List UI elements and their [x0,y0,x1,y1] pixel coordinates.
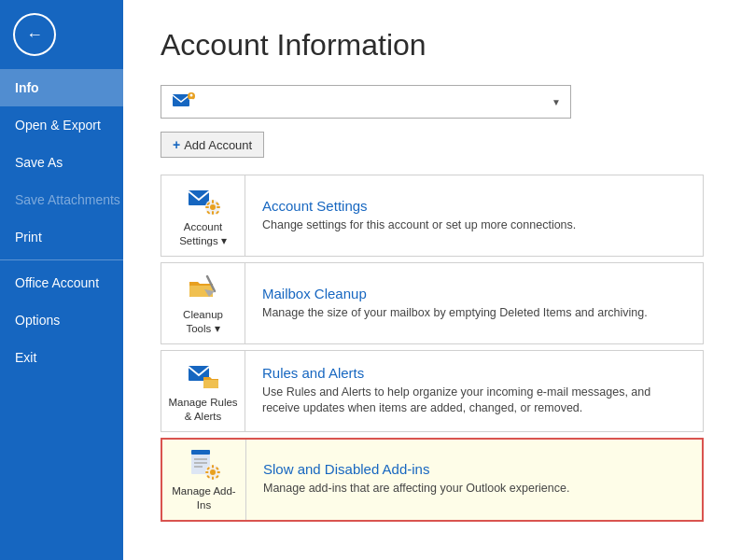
email-person-icon [171,89,197,115]
slow-addins-card[interactable]: Manage Add-Ins Slow and Disabled Add-ins… [161,438,704,522]
dropdown-arrow-icon: ▼ [552,97,561,107]
account-settings-desc: Change settings for this account or set … [262,217,576,234]
slow-addins-title: Slow and Disabled Add-ins [263,461,569,477]
sidebar-item-print[interactable]: Print [0,218,123,256]
account-settings-icon-label: AccountSettings ▾ [179,220,227,248]
svg-rect-8 [205,206,209,208]
rules-alerts-icon-area: Manage Rules& Alerts [161,351,245,431]
sidebar-nav: Info Open & Export Save As Save Attachme… [0,69,123,560]
rules-alerts-card[interactable]: Manage Rules& Alerts Rules and Alerts Us… [161,350,704,432]
account-settings-icon [187,183,220,217]
account-settings-card[interactable]: AccountSettings ▾ Account Settings Chang… [161,175,704,257]
svg-rect-0 [173,94,189,106]
account-dropdown-icon [171,89,197,115]
rules-alerts-title: Rules and Alerts [262,365,686,381]
svg-rect-6 [212,200,214,203]
svg-rect-7 [212,211,214,215]
sidebar-divider [0,259,123,260]
rules-alerts-icon [187,358,220,392]
account-settings-icon-area: AccountSettings ▾ [161,175,245,256]
account-settings-content: Account Settings Change settings for thi… [245,175,593,256]
rules-alerts-icon-label: Manage Rules& Alerts [168,396,237,424]
svg-rect-17 [203,380,218,388]
rules-alerts-content: Rules and Alerts Use Rules and Alerts to… [245,351,703,431]
svg-rect-26 [212,476,214,480]
sidebar-item-save-as[interactable]: Save As [0,144,123,181]
svg-rect-25 [212,465,214,469]
add-icon: + [173,137,180,152]
svg-rect-27 [205,471,209,473]
sidebar-item-open-export[interactable]: Open & Export [0,106,123,144]
svg-point-5 [210,204,216,210]
add-account-label: Add Account [184,138,252,152]
page-title: Account Information [161,28,704,63]
sidebar-item-save-attachments: Save Attachments [0,181,123,218]
mailbox-cleanup-desc: Manage the size of your mailbox by empty… [262,305,648,322]
svg-point-2 [190,94,193,97]
mailbox-cleanup-card[interactable]: CleanupTools ▾ Mailbox Cleanup Manage th… [161,262,704,344]
mailbox-cleanup-icon-area: CleanupTools ▾ [161,263,245,343]
slow-addins-icon-area: Manage Add-Ins [162,440,246,520]
sidebar-item-info[interactable]: Info [0,69,123,106]
slow-addins-desc: Manage add-ins that are affecting your O… [263,481,569,497]
svg-point-24 [210,469,216,475]
svg-rect-28 [217,471,220,473]
rules-alerts-desc: Use Rules and Alerts to help organize yo… [262,385,686,417]
svg-rect-19 [191,450,210,455]
main-content: Account Information ▼ + Add Account [123,0,741,560]
sidebar-item-exit[interactable]: Exit [0,339,123,376]
mailbox-cleanup-content: Mailbox Cleanup Manage the size of your … [245,263,664,343]
sidebar-item-office-account[interactable]: Office Account [0,264,123,301]
sidebar: ← Info Open & Export Save As Save Attach… [0,0,123,560]
mailbox-cleanup-title: Mailbox Cleanup [262,286,648,301]
sidebar-item-options[interactable]: Options [0,301,123,339]
cards-list: AccountSettings ▾ Account Settings Chang… [161,175,704,527]
svg-rect-3 [189,190,209,205]
slow-addins-content: Slow and Disabled Add-ins Manage add-ins… [246,440,586,520]
account-settings-title: Account Settings [262,198,576,214]
dropdown-row: ▼ [161,85,704,119]
cleanup-tools-icon-label: CleanupTools ▾ [183,308,223,336]
account-dropdown[interactable]: ▼ [161,85,571,119]
cleanup-tools-icon [187,271,220,304]
svg-rect-9 [217,206,220,208]
manage-addins-icon [188,447,221,481]
add-account-button[interactable]: + Add Account [161,132,264,158]
back-button[interactable]: ← [13,13,56,56]
manage-addins-icon-label: Manage Add-Ins [172,484,235,512]
